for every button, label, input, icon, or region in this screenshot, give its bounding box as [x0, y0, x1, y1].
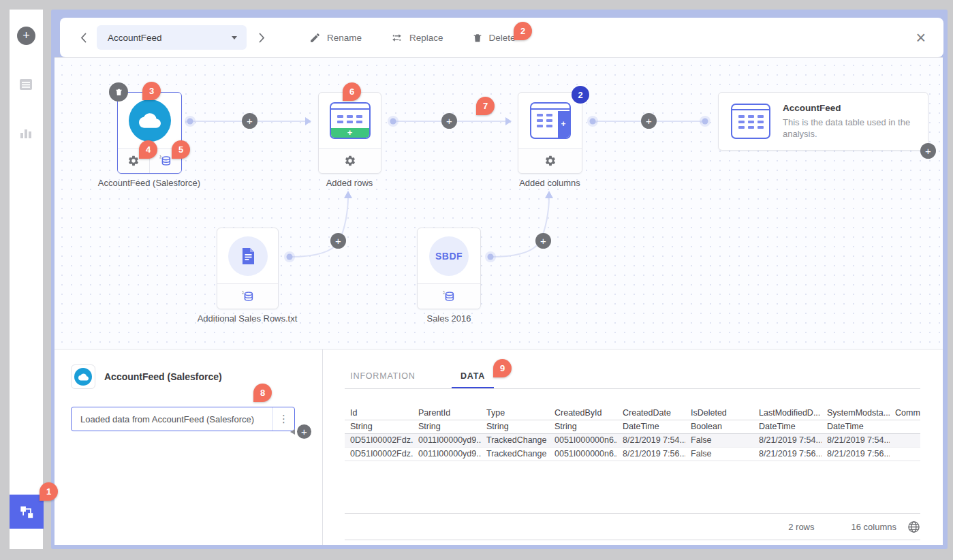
- data-canvas-panel: AccountFeed Rename Replace Delete 2 ×: [51, 10, 948, 549]
- data-table-icon: [731, 104, 770, 139]
- node-added-columns[interactable]: +: [518, 92, 582, 174]
- trash-icon: [114, 87, 123, 97]
- added-columns-count-badge: 2: [572, 86, 589, 104]
- add-operation-button[interactable]: +: [297, 424, 311, 439]
- visualizations-chart-icon[interactable]: [18, 126, 33, 141]
- node-label: AccountFeed (Salesforce): [74, 178, 224, 188]
- insert-step-button[interactable]: +: [441, 113, 457, 129]
- node-delete-button[interactable]: [109, 82, 128, 102]
- left-sidebar: +: [10, 10, 43, 549]
- operation-item[interactable]: Loaded data from AccountFeed (Salesforce…: [71, 407, 295, 431]
- database-refresh-icon: [241, 290, 255, 303]
- callout-2: 2: [514, 22, 532, 40]
- node-added-rows[interactable]: +: [318, 92, 381, 174]
- operation-label: Loaded data from AccountFeed (Salesforce…: [72, 407, 272, 431]
- column-type: String: [481, 420, 549, 433]
- replace-label: Replace: [409, 33, 443, 43]
- database-refresh-icon: [159, 154, 172, 168]
- trash-icon: [472, 32, 483, 44]
- replace-button[interactable]: Replace: [390, 32, 443, 44]
- add-from-table-button[interactable]: +: [920, 143, 936, 159]
- table-status-bar: 2 rows 16 columns: [345, 513, 920, 540]
- selected-table-name: AccountFeed: [108, 33, 162, 43]
- arrow-left-icon: [290, 429, 295, 435]
- callout-5: 5: [172, 140, 190, 159]
- table-row: 0D51I00002Fdz... 0011I00000yd9... Tracke…: [345, 434, 920, 448]
- rename-button[interactable]: Rename: [309, 32, 362, 44]
- node-final-data-table[interactable]: AccountFeed This is the data table used …: [718, 92, 928, 151]
- table-cell: TrackedChange: [481, 434, 549, 447]
- table-cell: 0051I000000n6...: [549, 448, 617, 461]
- table-cell: [890, 434, 920, 447]
- table-cell: 8/21/2019 7:56...: [617, 448, 685, 461]
- gear-icon: [544, 155, 557, 167]
- replace-arrows-icon: [390, 32, 403, 44]
- insert-step-button[interactable]: +: [242, 113, 257, 129]
- column-header: SystemModsta...: [822, 407, 890, 420]
- pencil-icon: [309, 32, 321, 44]
- table-cell: False: [685, 434, 753, 447]
- node-settings-button[interactable]: [518, 149, 582, 173]
- callout-4: 4: [139, 140, 157, 159]
- salesforce-source-icon: [71, 364, 95, 389]
- column-type: String: [549, 420, 617, 433]
- next-table-button[interactable]: [253, 29, 270, 46]
- node-label: Sales 2016: [374, 313, 524, 324]
- bottom-panel: AccountFeed (Salesforce) 8 Loaded data f…: [54, 349, 943, 545]
- data-preview-table: Id ParentId Type CreatedById CreatedDate…: [345, 407, 920, 461]
- table-cell: 8/21/2019 7:54...: [822, 434, 890, 447]
- tab-information[interactable]: INFORMATION: [345, 363, 421, 389]
- insert-step-button[interactable]: +: [641, 113, 657, 129]
- table-cell: 8/21/2019 7:54...: [753, 434, 822, 447]
- table-row: 0D51I00002Fdz... 0011I00000yd9... Tracke…: [345, 448, 920, 461]
- column-header: CreatedDate: [617, 407, 685, 420]
- node-sbdf-source[interactable]: SBDF: [417, 228, 481, 309]
- close-icon[interactable]: ×: [916, 29, 926, 46]
- node-label: Added rows: [275, 178, 424, 188]
- pages-icon[interactable]: [18, 77, 33, 92]
- table-cell: 0051I000000n6...: [549, 434, 617, 447]
- column-type: [890, 420, 920, 433]
- rename-label: Rename: [327, 33, 362, 43]
- node-source-data-button[interactable]: [217, 284, 278, 309]
- table-types-row: String String String String DateTime Boo…: [345, 420, 920, 434]
- callout-9: 9: [493, 359, 512, 377]
- callout-7: 7: [476, 97, 495, 115]
- column-type: DateTime: [617, 420, 685, 433]
- chevron-left-icon: [80, 33, 87, 43]
- add-icon[interactable]: +: [17, 27, 35, 45]
- data-canvas-tool-button[interactable]: [10, 495, 44, 529]
- callout-6: 6: [343, 82, 361, 101]
- node-file-source[interactable]: [217, 228, 279, 309]
- table-cell: 0011I00000yd9...: [413, 448, 481, 461]
- final-table-title: AccountFeed: [783, 103, 916, 113]
- node-settings-button[interactable]: [319, 149, 381, 173]
- caret-down-icon: [232, 36, 237, 40]
- data-flow-icon: [18, 503, 35, 520]
- table-header-row: Id ParentId Type CreatedById CreatedDate…: [345, 407, 920, 420]
- column-header: LastModifiedD...: [753, 407, 822, 420]
- column-header: Id: [345, 407, 413, 420]
- data-table-selector[interactable]: AccountFeed: [97, 25, 247, 50]
- kebab-menu-icon[interactable]: ⋮: [272, 407, 294, 431]
- tabs-rule: [345, 388, 920, 389]
- salesforce-cloud-icon: [129, 99, 171, 142]
- node-source-data-button[interactable]: [418, 284, 480, 309]
- node-accountfeed-salesforce[interactable]: [117, 92, 182, 174]
- chevron-right-icon: [259, 33, 265, 43]
- globe-icon[interactable]: [907, 520, 920, 533]
- node-label: Added columns: [475, 178, 625, 188]
- gear-icon: [127, 155, 140, 167]
- column-type: DateTime: [753, 420, 822, 433]
- table-cell: 0D51I00002Fdz...: [345, 434, 413, 447]
- column-type: String: [413, 420, 481, 433]
- insert-step-button[interactable]: +: [330, 233, 346, 249]
- insert-step-button[interactable]: +: [535, 233, 551, 249]
- table-cell: TrackedChange: [481, 448, 549, 461]
- graph-canvas[interactable]: AccountFeed (Salesforce) 3 4 5 +: [54, 57, 943, 349]
- delete-button[interactable]: Delete: [472, 32, 516, 44]
- final-table-description: This is the data table used in the analy…: [783, 116, 916, 140]
- column-type: Boolean: [685, 420, 753, 433]
- previous-table-button[interactable]: [75, 29, 91, 46]
- file-document-icon: [228, 236, 268, 276]
